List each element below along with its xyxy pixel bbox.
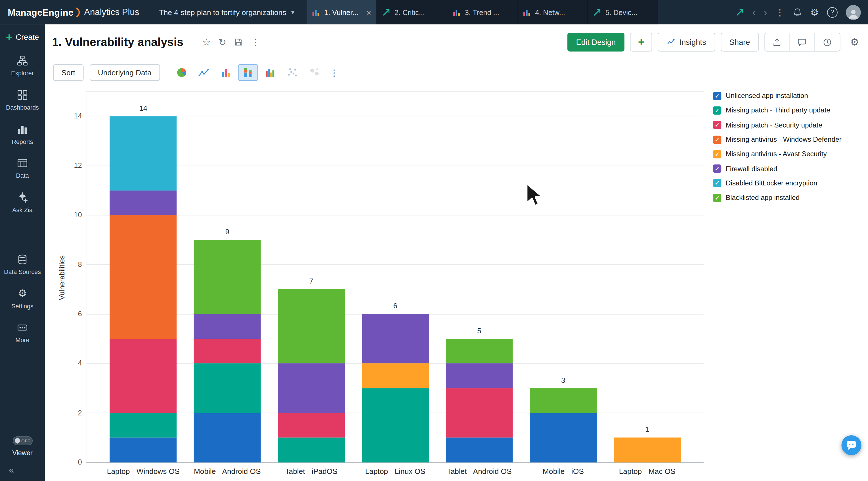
bar-segment[interactable] xyxy=(110,339,177,413)
tab-overflow-kebab-icon[interactable]: ⋮ xyxy=(775,7,784,17)
legend-item[interactable]: ✓Missing patch - Third party update xyxy=(713,103,842,118)
bar-segment[interactable] xyxy=(446,339,513,363)
legend-checkbox[interactable]: ✓ xyxy=(713,106,721,114)
bar-chart-icon xyxy=(522,8,530,16)
underlying-data-button[interactable]: Underlying Data xyxy=(89,64,159,81)
bar-segment[interactable] xyxy=(110,438,177,462)
legend-checkbox[interactable]: ✓ xyxy=(713,179,721,187)
legend-item[interactable]: ✓Missing antivirus - Avast Security xyxy=(713,147,842,161)
legend-checkbox[interactable]: ✓ xyxy=(713,121,721,129)
sidebar-item-data-sources[interactable]: Data Sources xyxy=(0,254,45,276)
line-chart-icon[interactable] xyxy=(194,64,213,81)
chat-fab-button[interactable] xyxy=(841,435,861,455)
viewer-toggle[interactable]: OFF xyxy=(12,437,32,445)
tab-2-critic[interactable]: 2. Critic... xyxy=(377,0,447,24)
bar-total-label: 9 xyxy=(194,228,261,236)
sidebar-item-more[interactable]: More xyxy=(0,323,45,345)
bar-segment[interactable] xyxy=(278,438,345,462)
add-report-button[interactable]: + xyxy=(630,33,652,51)
bar-total-label: 1 xyxy=(614,426,681,434)
bar-segment[interactable] xyxy=(194,314,261,339)
scatter-chart-icon[interactable] xyxy=(282,64,302,81)
notifications-bell-icon[interactable] xyxy=(793,7,802,17)
open-view-icon[interactable] xyxy=(736,8,744,16)
title-kebab-icon[interactable]: ⋮ xyxy=(251,36,260,48)
tab-3-trend[interactable]: 3. Trend ... xyxy=(447,0,518,24)
bar-segment[interactable] xyxy=(530,413,597,462)
admin-gear-icon[interactable]: ⚙ xyxy=(810,6,819,18)
bar-segment[interactable] xyxy=(362,314,429,363)
map-chart-icon[interactable] xyxy=(304,64,324,81)
edit-design-button[interactable]: Edit Design xyxy=(567,33,624,51)
chart-types-more-icon[interactable]: ⋮ xyxy=(330,67,339,78)
sidebar-item-dashboards[interactable]: Dashboards xyxy=(0,89,45,112)
bar-segment[interactable] xyxy=(446,388,513,438)
brand-swoosh-icon xyxy=(76,7,80,17)
bar-segment[interactable] xyxy=(614,438,681,462)
legend-item[interactable]: ✓Unlicensed app installation xyxy=(713,89,842,103)
clustered-bar-chart-icon[interactable] xyxy=(260,64,280,81)
bar-segment[interactable] xyxy=(362,388,429,462)
workspace-dropdown[interactable]: The 4-step plan to fortify organizations… xyxy=(159,8,294,16)
refresh-icon[interactable]: ↻ xyxy=(219,36,226,48)
legend-checkbox[interactable]: ✓ xyxy=(713,150,721,158)
create-button[interactable]: + Create xyxy=(6,24,39,50)
legend-item[interactable]: ✓Disabled BitLocker encryption xyxy=(713,176,842,190)
sort-button[interactable]: Sort xyxy=(53,64,84,81)
insights-button[interactable]: Insights xyxy=(658,33,715,51)
bar-segment[interactable] xyxy=(446,363,513,388)
sidebar-item-reports[interactable]: Reports xyxy=(0,124,45,146)
bar-segment[interactable] xyxy=(110,190,177,215)
gridline xyxy=(86,116,704,116)
bar-total-label: 14 xyxy=(110,104,177,112)
bar-segment[interactable] xyxy=(194,413,261,462)
bar-segment[interactable] xyxy=(110,116,177,190)
stacked-bar-chart-icon[interactable] xyxy=(238,64,258,81)
sidebar-item-data[interactable]: Data xyxy=(0,158,45,180)
bar-segment[interactable] xyxy=(362,363,429,388)
tab-5-devic[interactable]: 5. Devic... xyxy=(588,0,658,24)
bar-segment[interactable] xyxy=(446,438,513,462)
bar-segment[interactable] xyxy=(278,413,345,438)
tab-1-vulner[interactable]: 1. Vulner...× xyxy=(307,0,377,24)
bar-segment[interactable] xyxy=(194,240,261,314)
legend-item[interactable]: ✓Missing antivirus - Windows Defender xyxy=(713,132,842,147)
history-clock-icon[interactable] xyxy=(815,33,840,51)
legend-item[interactable]: ✓Missing patch - Security update xyxy=(713,118,842,132)
bar-segment[interactable] xyxy=(278,363,345,413)
share-button[interactable]: Share xyxy=(720,33,759,51)
legend-checkbox[interactable]: ✓ xyxy=(713,164,721,173)
view-settings-gear-icon[interactable]: ⚙ xyxy=(850,36,859,48)
legend-item[interactable]: ✓Blacklisted app installed xyxy=(713,190,842,205)
brand-logo[interactable]: ManageEngine Analytics Plus xyxy=(8,7,139,17)
bar-segment[interactable] xyxy=(194,363,261,413)
favorite-star-icon[interactable]: ☆ xyxy=(202,36,211,48)
bar-segment[interactable] xyxy=(194,339,261,363)
export-icon[interactable] xyxy=(765,33,790,51)
comments-icon[interactable] xyxy=(790,33,815,51)
user-avatar[interactable] xyxy=(846,5,861,20)
sidebar-item-explorer[interactable]: Explorer xyxy=(0,55,45,78)
legend-checkbox[interactable]: ✓ xyxy=(713,194,721,202)
save-icon[interactable] xyxy=(234,38,243,47)
legend-checkbox[interactable]: ✓ xyxy=(713,136,721,144)
bar-segment[interactable] xyxy=(278,289,345,363)
legend-checkbox[interactable]: ✓ xyxy=(713,92,721,100)
legend-item[interactable]: ✓Firewall disabled xyxy=(713,161,842,176)
sidebar-item-settings[interactable]: ⚙Settings xyxy=(0,288,45,310)
bar-segment[interactable] xyxy=(530,388,597,413)
bar-total-label: 3 xyxy=(530,376,597,384)
tab-scroll-left-icon[interactable]: ‹ xyxy=(752,6,755,18)
brand-name: ManageEngine xyxy=(8,7,73,17)
bar-segment[interactable] xyxy=(110,215,177,339)
bar-segment[interactable] xyxy=(110,413,177,438)
collapse-sidebar-icon[interactable]: « xyxy=(9,464,14,476)
bar-chart-icon[interactable] xyxy=(216,64,236,81)
help-icon[interactable]: ? xyxy=(827,7,838,17)
sidebar-item-ask-zia[interactable]: Ask Zia xyxy=(0,192,45,214)
tab-4-netw[interactable]: 4. Netw... xyxy=(518,0,588,24)
tab-close-icon[interactable]: × xyxy=(367,8,371,16)
legend-label: Blacklisted app installed xyxy=(726,194,800,202)
pie-chart-icon[interactable] xyxy=(172,64,191,81)
tab-scroll-right-icon[interactable]: › xyxy=(764,6,767,18)
